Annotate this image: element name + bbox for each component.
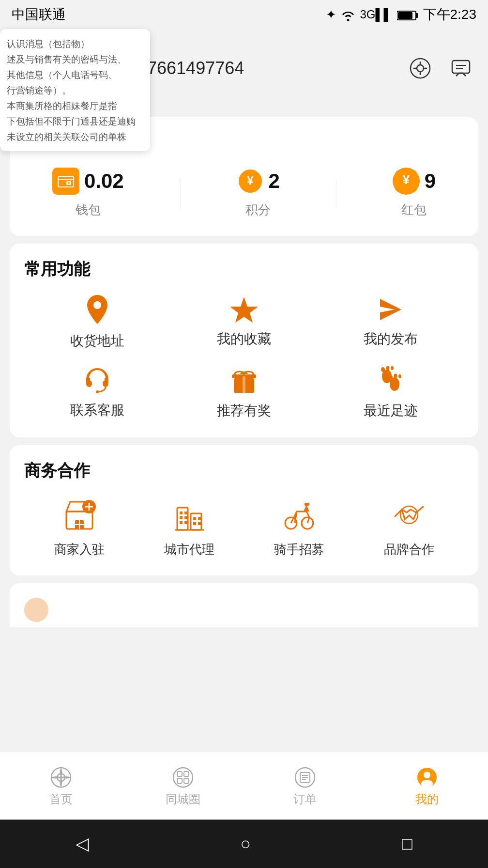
- svg-rect-52: [180, 521, 183, 524]
- message-button[interactable]: [445, 53, 476, 84]
- svg-point-34: [386, 366, 389, 371]
- business-rider[interactable]: 骑手招募: [244, 496, 354, 558]
- bottom-nav: 首页 同城圈 订单: [0, 752, 488, 820]
- svg-rect-68: [184, 772, 189, 776]
- send-icon: [377, 294, 404, 323]
- footprint-icon: [378, 365, 403, 395]
- divider-1: [180, 179, 181, 208]
- bluetooth-icon: ✦: [326, 7, 336, 22]
- functions-title: 常用功能: [24, 258, 464, 280]
- svg-rect-53: [184, 521, 187, 524]
- function-publish[interactable]: 我的发布: [317, 294, 464, 350]
- gift-icon: [230, 365, 258, 395]
- svg-point-6: [417, 65, 424, 72]
- function-publish-label: 我的发布: [364, 330, 418, 348]
- wallet-icon: [52, 168, 79, 195]
- status-time: 下午2:23: [423, 5, 477, 24]
- svg-rect-11: [452, 61, 470, 73]
- svg-text:¥: ¥: [247, 174, 254, 187]
- function-footprint[interactable]: 最近足迹: [317, 365, 464, 420]
- svg-point-21: [93, 301, 101, 309]
- nav-circle[interactable]: 同城圈: [122, 760, 244, 811]
- nav-home[interactable]: 首页: [0, 760, 122, 811]
- wallet-label: 钱包: [76, 202, 101, 218]
- business-brand-label: 品牌合作: [384, 541, 434, 558]
- function-address-label: 收货地址: [70, 332, 124, 350]
- svg-rect-50: [180, 516, 183, 519]
- header-area: 认识消息（包括物）述及与销售有关的密码与法、其他信息（个人电话号码、行营销途等）…: [0, 29, 488, 109]
- svg-rect-2: [398, 12, 412, 19]
- store-icon: [60, 496, 99, 534]
- points-item[interactable]: ¥ 2 积分: [237, 168, 280, 218]
- svg-point-23: [86, 380, 92, 387]
- android-back[interactable]: ◁: [76, 834, 89, 854]
- nav-mine-icon: [416, 765, 438, 788]
- redpack-icon: ¥: [393, 168, 420, 195]
- nav-orders-icon: [294, 765, 316, 788]
- svg-point-16: [68, 182, 70, 184]
- partial-card-icon: [24, 598, 48, 622]
- svg-rect-48: [180, 512, 183, 514]
- svg-rect-51: [184, 516, 187, 519]
- svg-rect-70: [184, 778, 189, 783]
- business-merchant[interactable]: 商家入驻: [24, 496, 134, 558]
- scooter-icon: [280, 496, 319, 534]
- nav-home-label: 首页: [49, 791, 73, 807]
- headset-icon: [83, 365, 111, 394]
- popup-text: 认识消息（包括物）述及与销售有关的密码与法、其他信息（个人电话号码、行营销途等）…: [7, 39, 136, 142]
- function-recommend[interactable]: 推荐有奖: [171, 365, 318, 420]
- android-home[interactable]: ○: [240, 834, 251, 854]
- nav-mine[interactable]: 我的: [366, 760, 488, 811]
- android-recent[interactable]: □: [402, 834, 412, 854]
- wifi-icon: [341, 7, 355, 22]
- status-right: ✦ 3G▌▌ 下午2:23: [326, 5, 476, 24]
- nav-mine-label: 我的: [415, 791, 439, 807]
- handshake-icon: [390, 496, 428, 534]
- business-rider-label: 骑手招募: [274, 541, 324, 558]
- star-icon: [230, 294, 258, 323]
- redpack-item[interactable]: ¥ 9 红包: [393, 168, 436, 218]
- functions-card: 常用功能 收货地址 我的收藏: [10, 244, 478, 437]
- points-label: 积分: [245, 202, 271, 218]
- nav-home-icon: [50, 765, 72, 788]
- function-address[interactable]: 收货地址: [24, 294, 171, 350]
- svg-rect-1: [416, 13, 418, 18]
- redpack-top: ¥ 9: [393, 168, 436, 195]
- svg-point-66: [173, 768, 193, 787]
- nav-circle-label: 同城圈: [166, 791, 200, 807]
- svg-rect-55: [198, 517, 201, 520]
- signal-icon: 3G▌▌: [360, 8, 392, 21]
- svg-rect-49: [184, 512, 187, 514]
- svg-point-38: [398, 374, 401, 378]
- svg-rect-69: [177, 778, 182, 783]
- wallet-item[interactable]: 0.02 钱包: [52, 168, 124, 218]
- functions-grid: 收货地址 我的收藏 我的发布: [24, 294, 464, 420]
- battery-icon: [397, 7, 418, 22]
- points-value: 2: [269, 170, 280, 193]
- redpack-value: 9: [425, 170, 436, 193]
- wallet-value: 0.02: [84, 170, 124, 193]
- function-favorites-label: 我的收藏: [217, 330, 271, 348]
- svg-point-33: [381, 367, 385, 372]
- svg-rect-54: [193, 517, 196, 520]
- svg-rect-47: [191, 513, 201, 530]
- assets-row: 0.02 钱包 ¥ 2 积分: [24, 168, 464, 218]
- function-service[interactable]: 联系客服: [24, 365, 171, 420]
- nav-orders[interactable]: 订单: [244, 760, 366, 811]
- svg-rect-67: [177, 772, 182, 776]
- business-brand[interactable]: 品牌合作: [354, 496, 464, 558]
- function-recommend-label: 推荐有奖: [217, 402, 271, 420]
- business-card: 商务合作 商家入驻: [10, 445, 478, 575]
- svg-point-35: [391, 366, 394, 370]
- phone-number: 17661497764: [137, 58, 244, 78]
- redpack-label: 红包: [401, 202, 427, 218]
- partial-card: [10, 583, 478, 627]
- function-favorites[interactable]: 我的收藏: [171, 294, 318, 350]
- business-cityagent[interactable]: 城市代理: [134, 496, 244, 558]
- popup-overlay: 认识消息（包括物）述及与销售有关的密码与法、其他信息（个人电话号码、行营销途等）…: [0, 29, 150, 151]
- business-grid: 商家入驻: [24, 496, 464, 558]
- wallet-top: 0.02: [52, 168, 124, 195]
- status-bar: 中国联通 ✦ 3G▌▌ 下午2:23: [0, 0, 488, 29]
- carrier-label: 中国联通: [12, 5, 66, 24]
- scan-button[interactable]: [405, 53, 436, 84]
